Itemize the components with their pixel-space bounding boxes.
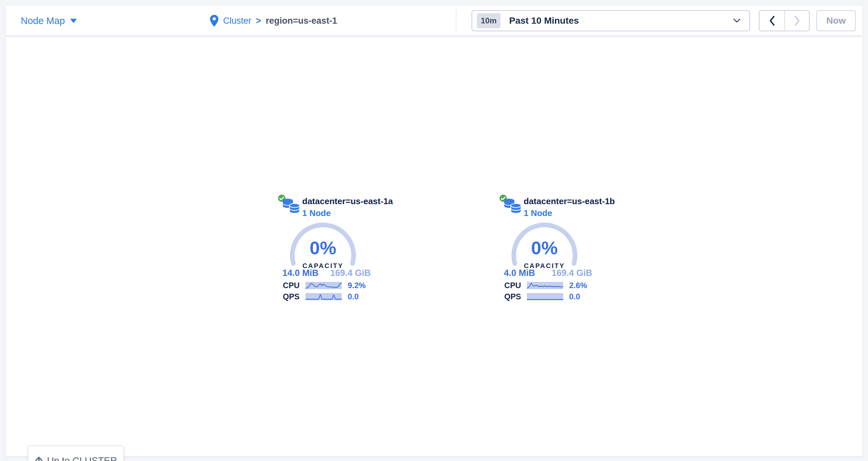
qps-metric-row: QPS 0.0 xyxy=(499,292,592,302)
time-range-dropdown[interactable]: 10m Past 10 Minutes xyxy=(471,10,750,31)
cpu-label: CPU xyxy=(499,281,521,290)
time-range-pager xyxy=(759,10,810,31)
cpu-sparkline xyxy=(306,282,342,289)
capacity-percent: 0% xyxy=(510,237,579,259)
node-map-canvas: datacenter=us-east-1a 1 Node 0% CAPACITY… xyxy=(5,37,863,456)
breadcrumb-current: region=us-east-1 xyxy=(266,16,337,26)
capacity-values: 14.0 MiB 169.4 GiB xyxy=(282,268,371,278)
datacenter-layer: datacenter=us-east-1a 1 Node 0% CAPACITY… xyxy=(6,192,863,331)
breadcrumb-cluster-link[interactable]: Cluster xyxy=(223,16,251,26)
caret-down-icon xyxy=(70,19,77,23)
next-range-button[interactable] xyxy=(784,11,809,31)
breadcrumb: Cluster > region=us-east-1 xyxy=(210,6,337,36)
chevron-right-icon xyxy=(794,15,801,26)
now-button[interactable]: Now xyxy=(816,10,856,31)
capacity-percent: 0% xyxy=(289,237,357,259)
datacenter-title: datacenter=us-east-1b xyxy=(524,196,615,206)
location-pin-icon xyxy=(210,15,218,27)
view-selector-label: Node Map xyxy=(21,15,65,26)
cpu-sparkline xyxy=(527,282,563,289)
qps-label: QPS xyxy=(277,292,300,301)
arrow-up-icon xyxy=(35,456,43,461)
qps-sparkline xyxy=(306,293,342,300)
capacity-values: 4.0 MiB 169.4 GiB xyxy=(504,268,592,278)
chevron-down-icon xyxy=(733,18,741,23)
cpu-label: CPU xyxy=(277,281,300,290)
capacity-gauge: 0% CAPACITY xyxy=(510,221,579,290)
capacity-used: 14.0 MiB xyxy=(282,268,319,278)
metric-rows: CPU 2.6% QPS 0.0 xyxy=(499,281,592,302)
time-range-label: Past 10 Minutes xyxy=(509,15,579,26)
capacity-total: 169.4 GiB xyxy=(552,268,592,278)
breadcrumb-separator: > xyxy=(256,16,261,26)
database-stack-icon xyxy=(503,197,522,216)
datacenter-node-count-link[interactable]: 1 Node xyxy=(524,208,552,218)
qps-metric-row: QPS 0.0 xyxy=(277,292,371,302)
database-stack-icon xyxy=(282,197,301,216)
capacity-total: 169.4 GiB xyxy=(330,268,371,278)
time-range-badge: 10m xyxy=(477,13,501,28)
chevron-left-icon xyxy=(769,15,776,26)
previous-range-button[interactable] xyxy=(760,11,784,31)
cpu-value: 9.2% xyxy=(348,281,371,290)
capacity-used: 4.0 MiB xyxy=(504,268,535,278)
cpu-metric-row: CPU 9.2% xyxy=(277,281,371,290)
datacenter-title: datacenter=us-east-1a xyxy=(302,196,393,206)
qps-sparkline xyxy=(527,293,563,300)
qps-label: QPS xyxy=(499,292,521,301)
view-selector-dropdown[interactable]: Node Map xyxy=(21,6,77,36)
cpu-metric-row: CPU 2.6% xyxy=(499,281,592,290)
datacenter-node-count-link[interactable]: 1 Node xyxy=(302,208,331,218)
top-bar: Node Map Cluster > region=us-east-1 10m … xyxy=(5,5,863,36)
capacity-gauge: 0% CAPACITY xyxy=(289,221,357,290)
cpu-value: 2.6% xyxy=(569,281,592,290)
up-to-cluster-label: Up to CLUSTER xyxy=(47,455,117,461)
up-to-cluster-button[interactable]: Up to CLUSTER xyxy=(28,446,124,461)
topbar-divider xyxy=(456,10,457,32)
metric-rows: CPU 9.2% QPS 0.0 xyxy=(277,281,371,302)
qps-value: 0.0 xyxy=(569,292,592,301)
qps-value: 0.0 xyxy=(348,292,371,301)
